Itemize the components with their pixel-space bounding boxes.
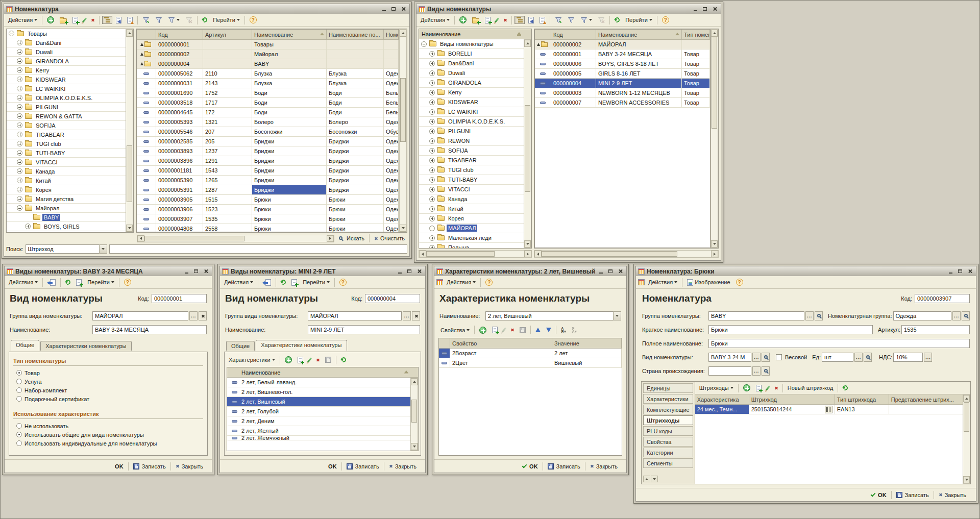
barcode-open-button[interactable]	[825, 406, 832, 413]
cell-type[interactable]: Товар	[682, 69, 710, 79]
cell-name-full[interactable]: Брюки	[327, 205, 384, 214]
add-button[interactable]	[741, 383, 752, 393]
cell-name[interactable]: Брюки	[252, 214, 327, 224]
cell-icon[interactable]	[137, 195, 156, 205]
cell-article[interactable]: 1752	[203, 88, 252, 98]
column-header-icon[interactable]	[137, 30, 156, 40]
maximize-button[interactable]	[956, 268, 964, 275]
short-name-field[interactable]: Брюки	[708, 325, 873, 334]
side-tab[interactable]: Категории	[643, 448, 693, 457]
help-button[interactable]: ?	[734, 277, 745, 287]
tree-item[interactable]: Китай	[419, 204, 524, 214]
cell-name[interactable]: Брюки	[252, 195, 327, 205]
sort-asc-button[interactable]: АЯ	[559, 326, 568, 335]
cell-nomgroup[interactable]: Одежда	[384, 205, 399, 214]
tree-expander-icon[interactable]	[17, 95, 22, 101]
maximize-button[interactable]	[405, 268, 413, 275]
add-group-button[interactable]	[58, 15, 69, 25]
cell-name[interactable]: Блузка	[252, 79, 327, 88]
tree-item[interactable]: TIGABEAR	[419, 156, 524, 165]
cell-nomgroup[interactable]: Белье	[384, 88, 399, 98]
cell-code[interactable]: 000000005	[551, 69, 596, 79]
side-tab[interactable]: Свойства	[643, 437, 693, 447]
close-button[interactable]: Закрыть	[385, 462, 420, 471]
cell-icon[interactable]	[137, 214, 156, 224]
tree-item[interactable]: TIGABEAR	[7, 130, 126, 139]
refresh-button[interactable]	[339, 356, 348, 364]
column-header[interactable]: Характеристика	[695, 394, 749, 405]
tree-item[interactable]: REWON & GATTA	[7, 112, 126, 121]
cell-icon[interactable]	[137, 137, 156, 146]
ok-button[interactable]: OK	[111, 462, 127, 471]
list-item[interactable]: 2 лет, Вишневый	[227, 397, 410, 407]
cell-icon[interactable]	[137, 59, 156, 69]
scroll-thumb[interactable]	[127, 145, 132, 202]
cell-type[interactable]: Товар	[682, 88, 710, 98]
edit-button[interactable]	[501, 326, 507, 334]
tree-item[interactable]: Китай	[7, 176, 126, 185]
tree-item[interactable]: Польша	[419, 243, 524, 248]
cell-name-full[interactable]: Боди	[327, 108, 384, 117]
cell-article[interactable]: 2558	[203, 224, 252, 232]
scroll-up-button[interactable]	[711, 30, 718, 37]
cell-code[interactable]: 000000002	[551, 40, 596, 50]
copy-button[interactable]	[483, 15, 493, 25]
column-header[interactable]: Код	[551, 30, 596, 40]
tree-expander-icon[interactable]	[429, 129, 435, 134]
list-item[interactable]: 2 лет, Желтый	[227, 426, 410, 436]
tree-item[interactable]: LC WAIKIKI	[419, 107, 524, 117]
cell-nomgroup[interactable]: Одежда	[384, 117, 399, 127]
cell-name[interactable]: NEWBORN ACCESSORIES	[596, 98, 682, 108]
maximize-button[interactable]	[701, 6, 709, 12]
cell-article[interactable]: 1287	[203, 185, 252, 195]
goto-menu[interactable]: Перейти	[301, 278, 332, 287]
cell-name-full[interactable]: Бриджи	[327, 176, 384, 185]
list-item[interactable]: 2 лет, Голубой	[227, 407, 410, 416]
move-up-button[interactable]	[533, 326, 543, 334]
side-tab[interactable]: Комплектующие	[643, 405, 693, 414]
cell-name-full[interactable]	[327, 59, 384, 69]
search-column-value[interactable]: Штрихкод	[26, 244, 99, 254]
cell-icon[interactable]	[137, 79, 156, 88]
reread-button[interactable]	[279, 278, 288, 286]
cell-code[interactable]: 00000005393	[156, 117, 203, 127]
delete-button[interactable]	[314, 357, 322, 363]
group-field[interactable]: МАЙОРАЛ	[308, 311, 402, 320]
cell-type[interactable]: Товар	[682, 50, 710, 59]
list-vertical-scrollbar[interactable]	[410, 378, 418, 451]
goto-menu[interactable]: Перейти	[623, 15, 654, 24]
table-vertical-scrollbar[interactable]	[963, 394, 970, 484]
cell-name[interactable]: GIRLS 8-16 ЛЕТ	[596, 69, 682, 79]
choose-button[interactable]: ...	[854, 353, 863, 362]
cell-icon[interactable]	[535, 50, 551, 59]
tree-expander-icon[interactable]	[17, 77, 22, 82]
tree-item[interactable]: KIDSWEAR	[7, 75, 126, 84]
cell-code[interactable]: 00000001690	[156, 88, 203, 98]
cell-type[interactable]: Товар	[682, 98, 710, 108]
close-button[interactable]	[966, 268, 974, 275]
tree-item[interactable]: Товары	[7, 29, 126, 38]
column-header[interactable]: Свойство	[450, 338, 552, 349]
tree-item[interactable]: PILGUNI	[7, 103, 126, 112]
cell-name[interactable]: Блузка	[252, 69, 327, 79]
cell-name[interactable]: MINI 2-9 ЛЕТ	[596, 79, 682, 88]
cell-code[interactable]: 00000003907	[156, 214, 203, 224]
scroll-thumb[interactable]	[426, 251, 495, 257]
tree-item[interactable]: OLIMPIA K.O.D.E.K.S.	[7, 93, 126, 103]
tree-expander-icon[interactable]	[17, 196, 22, 202]
tree-item[interactable]: Kerry	[419, 88, 524, 97]
tree-item[interactable]: Магия детства	[7, 194, 126, 204]
delete-button[interactable]	[508, 327, 516, 333]
scroll-down-button[interactable]	[400, 225, 406, 232]
tree-item[interactable]: BABY	[7, 213, 126, 222]
save-object-button[interactable]	[45, 278, 58, 287]
titlebar[interactable]: Виды номенклатуры: BABY 3-24 МЕСЯЦА	[4, 266, 212, 276]
minimize-button[interactable]	[597, 268, 605, 275]
radio-option[interactable]: Товар	[16, 368, 203, 377]
cell-nomgroup[interactable]: Одежда	[384, 146, 399, 156]
cell-nomgroup[interactable]: Одежда	[384, 185, 399, 195]
cell-name-full[interactable]: Блузка	[327, 69, 384, 79]
side-tab[interactable]: Характеристики	[643, 394, 693, 404]
cell-article[interactable]	[203, 59, 252, 69]
minimize-button[interactable]	[380, 6, 388, 12]
